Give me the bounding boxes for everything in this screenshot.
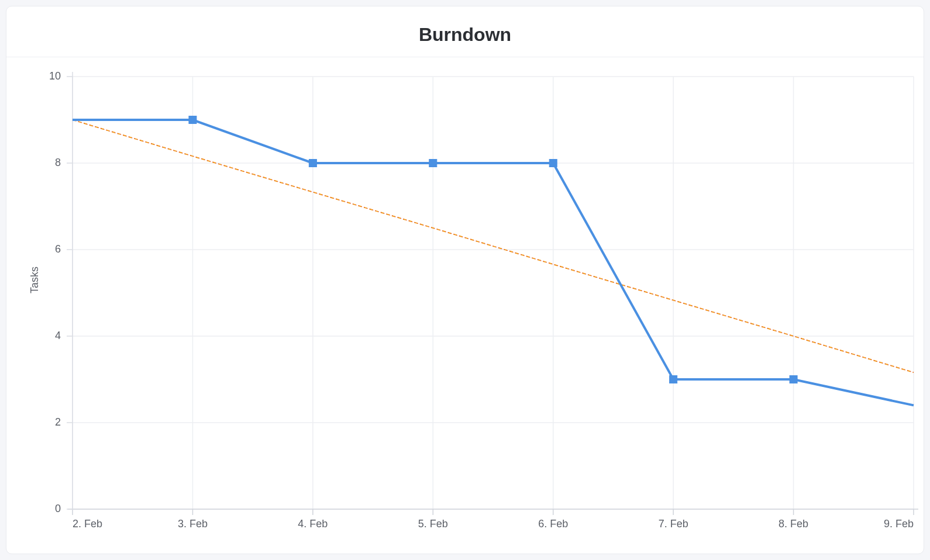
- x-tick-labels-group: 2. Feb3. Feb4. Feb5. Feb6. Feb7. Feb8. F…: [73, 518, 914, 530]
- chart-plot: 0246810 2. Feb3. Feb4. Feb5. Feb6. Feb7.…: [73, 77, 914, 509]
- x-tick-label: 2. Feb: [73, 518, 102, 530]
- y-tick-label: 2: [55, 416, 61, 428]
- x-tick-label: 3. Feb: [178, 518, 208, 530]
- data-point-marker: [670, 376, 677, 383]
- x-tick-label: 5. Feb: [418, 518, 448, 530]
- data-point-marker: [189, 116, 197, 124]
- x-tick-label: 8. Feb: [779, 518, 808, 530]
- data-point-marker: [309, 160, 316, 167]
- y-axis-label: Tasks: [29, 267, 41, 293]
- y-tick-label: 6: [55, 243, 61, 255]
- x-tick-label: 6. Feb: [538, 518, 568, 530]
- x-tick-label: 9. Feb: [884, 518, 914, 530]
- y-tick-label: 0: [55, 503, 61, 514]
- ideal-line-overlay: [73, 120, 914, 372]
- y-tick-label: 8: [55, 157, 61, 168]
- y-axis-line: [67, 72, 73, 514]
- chart-title: Burndown: [6, 24, 924, 46]
- data-point-marker: [429, 160, 437, 167]
- gridlines-group: [73, 77, 914, 509]
- x-tick-label: 7. Feb: [659, 518, 688, 530]
- y-tick-label: 4: [55, 330, 61, 341]
- title-divider: [6, 57, 924, 57]
- x-tick-label: 4. Feb: [298, 518, 328, 530]
- data-point-marker: [549, 160, 557, 167]
- chart-card: Burndown Tasks 0246810 2. Feb3. Feb4. Fe…: [6, 6, 924, 554]
- data-point-marker: [790, 376, 797, 383]
- x-axis-line: [68, 509, 918, 515]
- y-tick-label: 10: [49, 70, 61, 82]
- y-tick-labels-group: 0246810: [49, 70, 61, 514]
